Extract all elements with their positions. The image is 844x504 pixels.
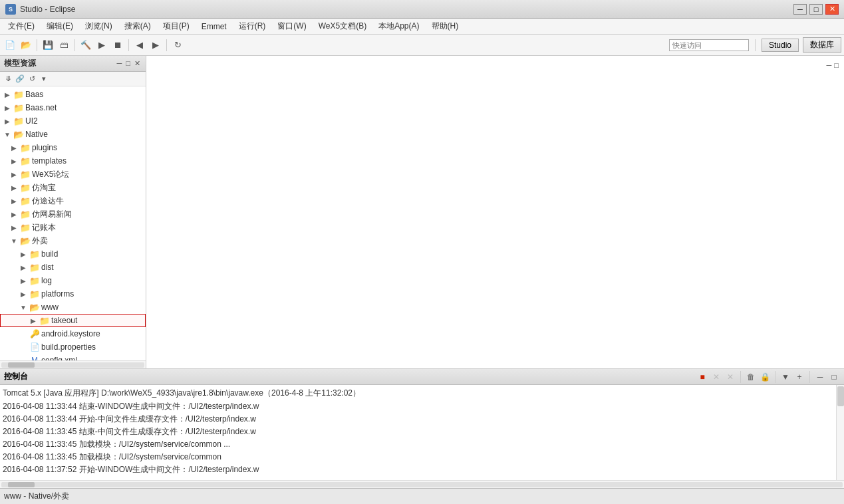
panel-close-button[interactable]: ✕	[133, 59, 142, 68]
menu-emmet[interactable]: Emmet	[196, 21, 232, 33]
tree-item-android-keystore[interactable]: ▶ 🔑 android.keystore	[0, 327, 146, 340]
database-button[interactable]: 数据库	[803, 37, 841, 53]
tree-item-takeout[interactable]: ▶ 📁 takeout	[0, 314, 146, 327]
toggle-baasnet[interactable]: ▶	[3, 103, 12, 112]
tree-item-waimai[interactable]: ▼ 📂 外卖	[0, 234, 146, 247]
open-button[interactable]: 📂	[19, 38, 33, 53]
close-button[interactable]: ✕	[825, 4, 839, 15]
horiz-track	[1, 362, 144, 368]
toolbar-right: Studio 数据库	[669, 37, 841, 53]
toggle-takeout[interactable]: ▶	[29, 316, 38, 325]
tree-item-baasnet[interactable]: ▶ 📁 Baas.net	[0, 101, 146, 114]
label-waimai: 外卖	[32, 235, 48, 247]
folder-icon-dist: 📁	[29, 262, 40, 273]
save-all-button[interactable]: 🗃	[57, 38, 71, 53]
toggle-wex5forum[interactable]: ▶	[9, 170, 19, 179]
quick-access-input[interactable]	[669, 39, 749, 51]
console-clear-button[interactable]: 🗑	[745, 371, 757, 383]
toggle-dist[interactable]: ▶	[19, 263, 28, 272]
toggle-163news[interactable]: ▶	[9, 209, 19, 219]
toggle-native[interactable]: ▼	[3, 130, 12, 139]
tree-item-taobao[interactable]: ▶ 📁 仿淘宝	[0, 181, 146, 194]
console-vertical-scrollbar[interactable]	[836, 385, 844, 480]
menu-localapp[interactable]: 本地App(A)	[373, 19, 424, 33]
panel-menu-button[interactable]: ▾	[39, 74, 49, 84]
sync-button[interactable]: ↺	[27, 74, 37, 84]
label-wex5forum: WeX5论坛	[32, 169, 69, 180]
tree-item-163news[interactable]: ▶ 📁 仿网易新闻	[0, 207, 146, 221]
maximize-button[interactable]: □	[809, 4, 823, 15]
panel-maximize-button[interactable]: □	[124, 59, 132, 68]
tree-item-log[interactable]: ▶ 📁 log	[0, 274, 146, 287]
menu-help[interactable]: 帮助(H)	[426, 19, 464, 33]
console-maximize-button[interactable]: □	[828, 371, 840, 383]
menu-file[interactable]: 文件(E)	[3, 19, 40, 33]
toggle-www[interactable]: ▼	[19, 303, 28, 312]
refresh-button[interactable]: ↻	[170, 38, 185, 53]
menu-edit[interactable]: 编辑(E)	[41, 19, 78, 33]
panel-minimize-button[interactable]: ─	[116, 59, 124, 68]
tree-item-config-xml[interactable]: ▶ M config.xml	[0, 354, 146, 360]
studio-button[interactable]: Studio	[762, 39, 799, 52]
menu-wex5docs[interactable]: WeX5文档(B)	[313, 19, 372, 33]
console-line-4: 2016-04-08 11:33:45 加载模块：/UI2/system/ser…	[3, 451, 833, 463]
toggle-build[interactable]: ▶	[19, 249, 28, 259]
tree-item-native[interactable]: ▼ 📂 Native	[0, 128, 146, 141]
menu-run[interactable]: 运行(R)	[233, 19, 271, 33]
console-horiz-thumb[interactable]	[8, 482, 35, 487]
toggle-dache[interactable]: ▶	[9, 196, 19, 205]
back-button[interactable]: ◀	[132, 38, 147, 53]
toggle-taobao[interactable]: ▶	[9, 183, 19, 192]
tree-item-templates[interactable]: ▶ 📁 templates	[0, 154, 146, 168]
tree-item-build-properties[interactable]: ▶ 📄 build.properties	[0, 340, 146, 354]
console-remove-button[interactable]: ✕	[724, 371, 736, 383]
build-button[interactable]: 🔨	[78, 38, 93, 53]
link-editor-button[interactable]: 🔗	[15, 74, 25, 84]
menu-search[interactable]: 搜索(A)	[119, 19, 156, 33]
toggle-plugins[interactable]: ▶	[9, 143, 19, 152]
console-scroll-lock-button[interactable]: 🔒	[759, 371, 771, 383]
console-server-line: Tomcat 5.x [Java 应用程序] D:\work\WeX5_4933…	[3, 386, 833, 400]
console-title: 控制台	[4, 371, 28, 382]
console-line-1: 2016-04-08 11:33:44 开始-中间文件生成缓存文件：/UI2/t…	[3, 413, 833, 426]
editor-minimize-button[interactable]: ─	[827, 61, 832, 69]
tree-item-ledger[interactable]: ▶ 📁 记账本	[0, 221, 146, 234]
menu-project[interactable]: 项目(P)	[158, 19, 195, 33]
tree-item-baas[interactable]: ▶ 📁 Baas	[0, 88, 146, 101]
horiz-thumb[interactable]	[8, 362, 35, 368]
tree-item-dist[interactable]: ▶ 📁 dist	[0, 261, 146, 274]
save-button[interactable]: 💾	[41, 38, 55, 53]
tree-item-plugins[interactable]: ▶ 📁 plugins	[0, 141, 146, 154]
tree-item-www[interactable]: ▼ 📂 www	[0, 301, 146, 314]
console-horizontal-scrollbar[interactable]	[0, 480, 844, 488]
toggle-log[interactable]: ▶	[19, 276, 28, 285]
stop-button[interactable]: ⏹	[110, 38, 125, 53]
tree-item-ui2[interactable]: ▶ 📁 UI2	[0, 114, 146, 128]
tree-item-platforms[interactable]: ▶ 📁 platforms	[0, 287, 146, 301]
console-new-console-button[interactable]: +	[793, 371, 805, 383]
menu-browse[interactable]: 浏览(N)	[80, 19, 118, 33]
collapse-all-button[interactable]: ⤋	[3, 74, 13, 84]
toggle-ledger[interactable]: ▶	[9, 223, 19, 232]
new-button[interactable]: 📄	[3, 38, 17, 53]
toggle-platforms[interactable]: ▶	[19, 289, 28, 299]
toggle-ui2[interactable]: ▶	[3, 116, 12, 126]
folder-icon-takeout: 📁	[39, 315, 50, 326]
toggle-baas[interactable]: ▶	[3, 90, 12, 99]
console-stop-button[interactable]: ■	[696, 371, 708, 383]
console-disconnect-button[interactable]: ✕	[710, 371, 722, 383]
run-button[interactable]: ▶	[94, 38, 109, 53]
tree-item-dache[interactable]: ▶ 📁 仿途达牛	[0, 194, 146, 207]
console-display-options-button[interactable]: ▼	[779, 371, 791, 383]
editor-maximize-button[interactable]: □	[834, 61, 839, 69]
minimize-button[interactable]: ─	[793, 4, 807, 15]
menu-window[interactable]: 窗口(W)	[272, 19, 311, 33]
toggle-waimai[interactable]: ▼	[9, 236, 19, 245]
tree-item-wex5forum[interactable]: ▶ 📁 WeX5论坛	[0, 168, 146, 181]
console-minimize-button[interactable]: ─	[814, 371, 826, 383]
tree-item-build[interactable]: ▶ 📁 build	[0, 247, 146, 261]
toggle-templates[interactable]: ▶	[9, 156, 19, 166]
forward-button[interactable]: ▶	[148, 38, 163, 53]
tree-horizontal-scrollbar[interactable]	[0, 360, 146, 368]
label-config-xml: config.xml	[41, 356, 77, 360]
